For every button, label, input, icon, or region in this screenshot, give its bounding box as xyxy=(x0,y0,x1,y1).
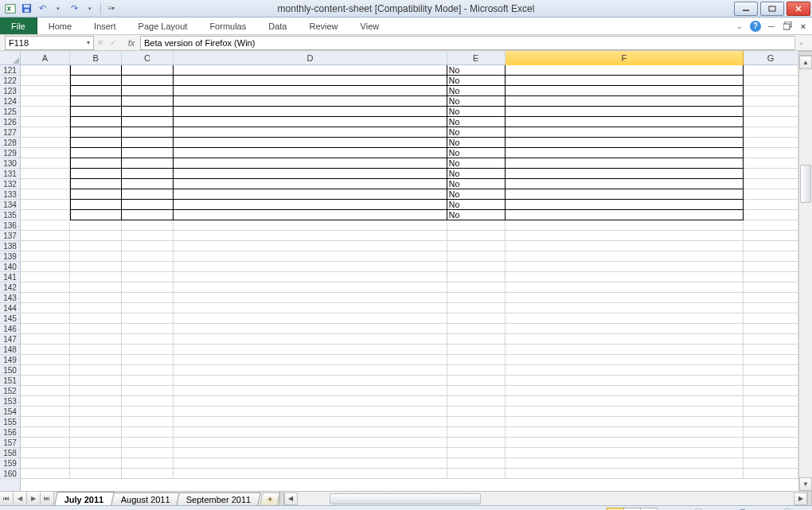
sheet-nav-first-icon[interactable]: ⏮ xyxy=(0,492,14,505)
cell[interactable] xyxy=(122,293,174,303)
row-header[interactable]: 156 xyxy=(0,427,20,438)
cell[interactable] xyxy=(506,293,744,303)
cell[interactable] xyxy=(744,293,798,303)
cell[interactable] xyxy=(174,313,447,324)
cell[interactable] xyxy=(506,313,744,324)
cell[interactable] xyxy=(744,127,798,138)
row-header[interactable]: 154 xyxy=(0,407,20,417)
cell[interactable] xyxy=(174,96,447,107)
cell[interactable]: No xyxy=(447,65,506,76)
cell[interactable] xyxy=(506,107,744,117)
cell[interactable] xyxy=(174,231,447,241)
tab-view[interactable]: View xyxy=(349,18,391,34)
cell[interactable]: No xyxy=(447,169,506,179)
cell[interactable] xyxy=(122,365,174,376)
cell[interactable] xyxy=(744,241,798,251)
cell[interactable] xyxy=(506,251,744,262)
cell[interactable] xyxy=(174,86,447,96)
cell[interactable] xyxy=(122,469,174,479)
cell[interactable] xyxy=(21,127,70,138)
cell[interactable] xyxy=(447,262,506,272)
cell[interactable] xyxy=(506,220,744,231)
row-header[interactable]: 151 xyxy=(0,376,20,386)
cell[interactable] xyxy=(70,386,122,396)
cell[interactable] xyxy=(447,220,506,231)
cell[interactable] xyxy=(174,169,447,179)
cell[interactable] xyxy=(21,231,70,241)
cell[interactable] xyxy=(506,438,744,448)
sheet-tab[interactable]: August 2011 xyxy=(111,492,180,505)
cell[interactable] xyxy=(744,365,798,376)
vertical-scrollbar[interactable]: ▲ ▼ xyxy=(798,51,812,491)
cell[interactable] xyxy=(122,313,174,324)
cell[interactable] xyxy=(21,407,70,417)
name-box[interactable]: ▾ xyxy=(5,36,94,50)
cell[interactable] xyxy=(122,272,174,282)
cell[interactable] xyxy=(70,324,122,334)
cell[interactable] xyxy=(447,231,506,241)
cell[interactable] xyxy=(447,241,506,251)
cell[interactable] xyxy=(122,220,174,231)
cell[interactable] xyxy=(174,334,447,345)
cell[interactable] xyxy=(744,458,798,469)
row-header[interactable]: 159 xyxy=(0,458,20,469)
cell[interactable] xyxy=(21,65,70,76)
cell[interactable] xyxy=(21,138,70,148)
cell[interactable] xyxy=(21,313,70,324)
cell[interactable] xyxy=(744,210,798,220)
cell[interactable] xyxy=(744,324,798,334)
row-header[interactable]: 141 xyxy=(0,272,20,282)
cell[interactable] xyxy=(70,210,122,220)
cell[interactable] xyxy=(21,303,70,313)
cell[interactable] xyxy=(447,438,506,448)
cell[interactable] xyxy=(122,231,174,241)
cell[interactable] xyxy=(174,148,447,158)
cell[interactable] xyxy=(122,169,174,179)
cell[interactable] xyxy=(21,189,70,200)
cell[interactable] xyxy=(174,282,447,293)
cell[interactable] xyxy=(122,107,174,117)
cell[interactable] xyxy=(506,117,744,127)
cell[interactable] xyxy=(21,241,70,251)
cell[interactable] xyxy=(174,417,447,427)
cell[interactable] xyxy=(21,272,70,282)
view-normal-button[interactable] xyxy=(607,508,624,511)
cell[interactable] xyxy=(447,272,506,282)
column-header-E[interactable]: E xyxy=(447,51,506,64)
cell[interactable] xyxy=(744,220,798,231)
cell[interactable] xyxy=(122,262,174,272)
cell[interactable] xyxy=(70,231,122,241)
cell[interactable] xyxy=(174,117,447,127)
row-header[interactable]: 149 xyxy=(0,355,20,365)
cell[interactable] xyxy=(21,448,70,458)
tab-page-layout[interactable]: Page Layout xyxy=(127,18,199,34)
formula-input[interactable] xyxy=(144,38,791,48)
row-header[interactable]: 145 xyxy=(0,313,20,324)
cell[interactable]: No xyxy=(447,189,506,200)
column-header-B[interactable]: B xyxy=(70,51,122,64)
cell[interactable] xyxy=(744,396,798,407)
cell[interactable] xyxy=(70,127,122,138)
scroll-left-icon[interactable]: ◀ xyxy=(284,492,298,505)
cell[interactable] xyxy=(506,169,744,179)
cell[interactable] xyxy=(447,324,506,334)
cell[interactable] xyxy=(744,417,798,427)
scroll-up-icon[interactable]: ▲ xyxy=(799,56,812,69)
cell[interactable] xyxy=(122,303,174,313)
horizontal-scrollbar[interactable]: ◀ ▶ xyxy=(284,492,807,505)
cell[interactable] xyxy=(122,345,174,355)
cell[interactable] xyxy=(174,127,447,138)
cell[interactable] xyxy=(506,210,744,220)
cell[interactable] xyxy=(447,303,506,313)
cell[interactable] xyxy=(744,251,798,262)
vertical-scroll-thumb[interactable] xyxy=(800,165,811,203)
row-header[interactable]: 142 xyxy=(0,282,20,293)
row-header[interactable]: 126 xyxy=(0,117,20,127)
cell[interactable] xyxy=(174,365,447,376)
tab-insert[interactable]: Insert xyxy=(83,18,127,34)
cell[interactable] xyxy=(70,417,122,427)
cell[interactable] xyxy=(122,179,174,189)
cell[interactable] xyxy=(744,148,798,158)
new-sheet-button[interactable]: ✶ xyxy=(260,492,279,505)
sheet-nav-last-icon[interactable]: ⏭ xyxy=(41,492,54,505)
